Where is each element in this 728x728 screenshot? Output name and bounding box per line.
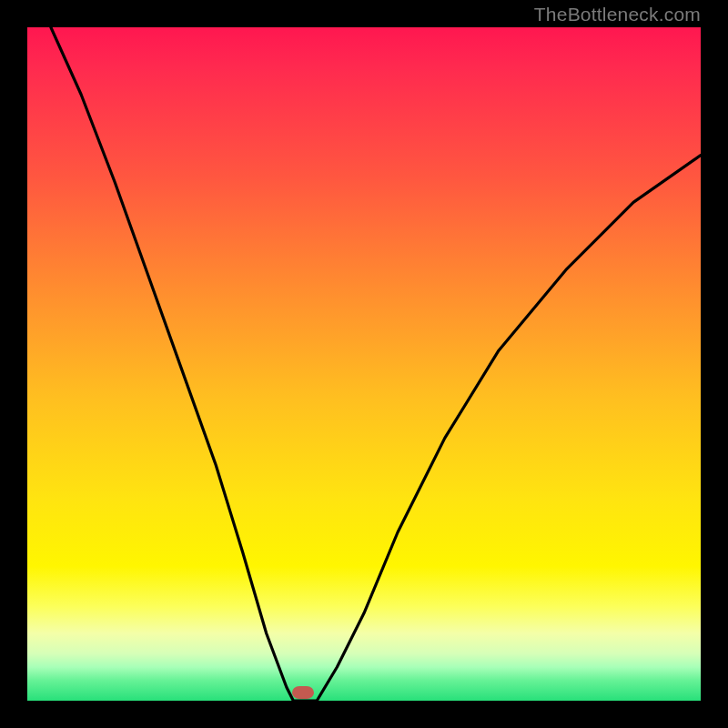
plot-area [27,27,701,701]
curve-svg [27,27,701,701]
valley-marker-icon [292,686,314,699]
bottleneck-curve [51,27,701,701]
chart-frame: TheBottleneck.com [0,0,728,728]
watermark-text: TheBottleneck.com [534,4,701,25]
